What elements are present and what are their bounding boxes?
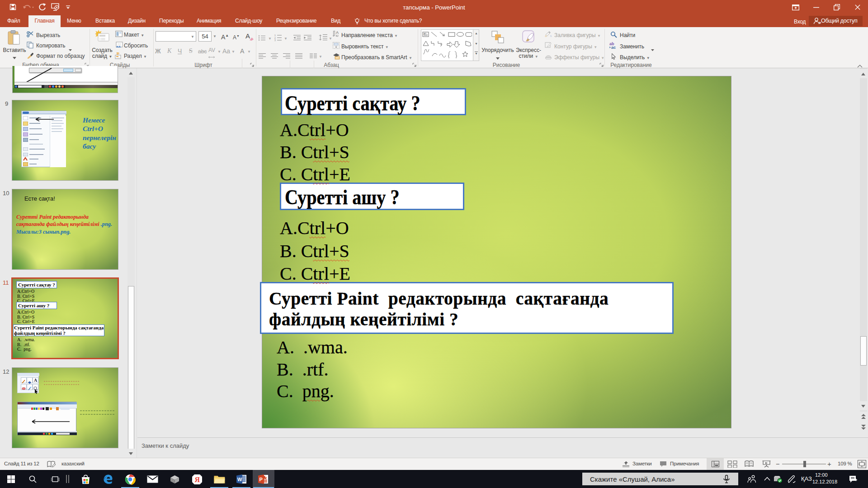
svg-text:P: P [259, 477, 263, 482]
svg-text:A: A [424, 33, 425, 35]
svg-text:3: 3 [274, 39, 276, 41]
svg-text:Я: Я [195, 476, 200, 483]
svg-text:W: W [237, 477, 242, 482]
svg-text:A: A [336, 31, 339, 35]
svg-text:ac: ac [611, 45, 616, 49]
